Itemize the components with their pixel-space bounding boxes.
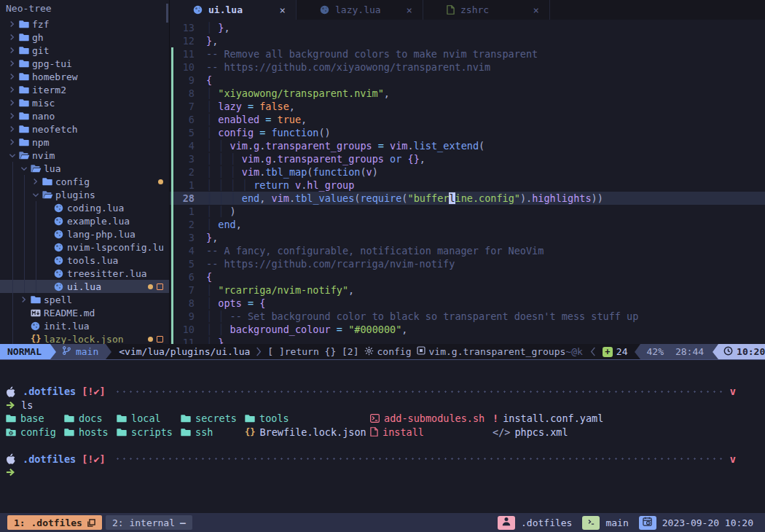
tree-item-misc[interactable]: misc bbox=[0, 96, 169, 109]
tree-item-coding-lua[interactable]: coding.lua bbox=[0, 201, 169, 214]
git-add-sign bbox=[171, 74, 173, 87]
tree-item-treesitter-lua[interactable]: treesitter.lua bbox=[0, 267, 169, 280]
code-line[interactable]: 2│ │ │ vim.tbl_map(function(v) bbox=[170, 165, 765, 179]
tree-item-readme-md[interactable]: README.md bbox=[0, 306, 169, 319]
tree-item-tools-lua[interactable]: tools.lua bbox=[0, 254, 169, 267]
tree-item-gh[interactable]: gh bbox=[0, 31, 169, 44]
tmux-branch-name: main bbox=[605, 517, 628, 528]
tmux-window-internal[interactable]: 2: internal– bbox=[106, 515, 192, 530]
code-line[interactable]: 10-- https://github.com/xiyaowong/transp… bbox=[170, 60, 765, 74]
chevron-right-icon bbox=[9, 125, 19, 133]
folder-icon bbox=[6, 414, 16, 423]
code-line[interactable]: 13│ }, bbox=[170, 21, 765, 34]
file-icon bbox=[447, 5, 455, 15]
indent-guide bbox=[12, 254, 20, 267]
shell-prompt: .dotfiles[!✔]v bbox=[6, 385, 759, 399]
code-line[interactable]: 3│ │ │ vim.g.transparent_groups or {}, bbox=[170, 152, 765, 165]
code-line[interactable]: 2│ end, bbox=[170, 218, 765, 231]
code-line[interactable]: 6│ enabled = true, bbox=[170, 113, 765, 126]
git-branch-icon bbox=[62, 345, 71, 358]
tree-item-nvim[interactable]: nvim bbox=[0, 149, 169, 162]
tree-item-lang-php-lua[interactable]: lang-php.lua bbox=[0, 227, 169, 240]
code-file-icon: </> bbox=[493, 426, 510, 439]
field-icon bbox=[417, 346, 425, 357]
code-line[interactable]: 7│ lazy = false, bbox=[170, 100, 765, 113]
code-line[interactable]: 5│ config = function() bbox=[170, 126, 765, 139]
chevron-right-icon bbox=[9, 47, 19, 54]
indent-guide bbox=[36, 267, 44, 280]
tree-item-nvim-lspconfig-lua[interactable]: nvim-lspconfig.lua bbox=[0, 240, 169, 254]
tree-item-nano[interactable]: nano bbox=[0, 109, 169, 122]
tree-item-gpg-tui[interactable]: gpg-tui bbox=[0, 57, 169, 70]
terminal-file-icon bbox=[370, 414, 380, 423]
folder-icon bbox=[19, 72, 32, 81]
indent-guide bbox=[12, 214, 20, 227]
code-line[interactable]: 8│ opts = { bbox=[170, 297, 765, 310]
code-area[interactable]: 13│ },12},11-- Remove all background col… bbox=[170, 20, 765, 344]
code-line[interactable]: 1│ │ │ │ return v.hl_group bbox=[170, 179, 765, 192]
tree-item-iterm2[interactable]: iterm2 bbox=[0, 83, 169, 96]
indent-guide bbox=[36, 227, 44, 240]
indent-guide bbox=[12, 293, 20, 306]
file-entry-name: phpcs.xml bbox=[514, 426, 568, 439]
folder-open-icon bbox=[42, 190, 55, 199]
tree-item-example-lua[interactable]: example.lua bbox=[0, 214, 169, 227]
code-line[interactable]: 4│ │ vim.g.transparent_groups = vim.list… bbox=[170, 139, 765, 152]
indent-guide: │ bbox=[242, 179, 248, 191]
dash-icon: – bbox=[180, 517, 186, 528]
modified-dot-icon bbox=[148, 337, 153, 342]
tab-lazy-lua[interactable]: lazy.lua× bbox=[297, 0, 423, 20]
code-line[interactable]: 4-- A fancy, configurable, notification … bbox=[170, 244, 765, 257]
tree-item-label: init.lua bbox=[44, 321, 163, 332]
folder-icon bbox=[19, 20, 32, 28]
tree-item-git[interactable]: git bbox=[0, 44, 169, 57]
code-line[interactable]: 5-- https://github.com/rcarriga/nvim-not… bbox=[170, 257, 765, 270]
code-line[interactable]: 8│ "xiyaowong/transparent.nvim", bbox=[170, 87, 765, 100]
close-icon[interactable]: × bbox=[280, 4, 286, 16]
tree-item-homebrew[interactable]: homebrew bbox=[0, 70, 169, 83]
scroll-percent: 42% bbox=[646, 346, 663, 357]
close-icon[interactable]: × bbox=[407, 4, 412, 16]
code-line[interactable]: 7│ "rcarriga/nvim-notify", bbox=[170, 283, 765, 297]
tree-item-init-lua[interactable]: init.lua bbox=[0, 319, 169, 332]
file-entry: tools bbox=[245, 412, 370, 426]
close-icon[interactable]: × bbox=[533, 4, 539, 16]
tree-item-npm[interactable]: npm bbox=[0, 136, 169, 149]
shell-pane[interactable]: .dotfiles[!✔]vlsbasedocslocalsecretstool… bbox=[0, 360, 765, 513]
tree-item-neofetch[interactable]: neofetch bbox=[0, 122, 169, 136]
tree-item-lua[interactable]: lua bbox=[0, 162, 169, 175]
tree-item-spell[interactable]: spell bbox=[0, 293, 169, 306]
tab-label: zshrc bbox=[460, 4, 489, 15]
tab-ui-lua[interactable]: ui.lua× bbox=[170, 0, 297, 20]
tree-item-config[interactable]: config bbox=[0, 175, 169, 188]
command-line: ls bbox=[6, 399, 759, 412]
prompt-git-status: [!✔] bbox=[82, 385, 106, 399]
line-number: 11 bbox=[170, 336, 206, 344]
code-line[interactable]: 11│ }, bbox=[170, 336, 765, 344]
code-line[interactable]: 9{ bbox=[170, 74, 765, 87]
neotree-scrollbar[interactable] bbox=[166, 4, 168, 23]
tree-item-label: tools.lua bbox=[67, 255, 163, 266]
tab-zshrc[interactable]: zshrc× bbox=[423, 0, 550, 20]
code-line[interactable]: 3}, bbox=[170, 231, 765, 244]
tree-item-fzf[interactable]: fzf bbox=[0, 17, 169, 31]
folder-icon bbox=[19, 85, 32, 94]
indent-guide: │ bbox=[206, 140, 212, 152]
code-line[interactable]: 9│ │ -- Set background color to black so… bbox=[170, 310, 765, 323]
file-entry: docs bbox=[64, 412, 117, 426]
calendar-clock-icon bbox=[643, 517, 652, 528]
code-line[interactable]: 11-- Remove all background colors to mak… bbox=[170, 47, 765, 60]
code-line[interactable]: 6{ bbox=[170, 270, 765, 283]
tmux-window-list: 1: .dotfiles2: internal– bbox=[7, 515, 192, 530]
file-entry-name: scripts bbox=[131, 426, 173, 439]
file-entry-name: install.conf.yaml bbox=[503, 412, 603, 426]
tree-item-lazy-lock-json[interactable]: {}lazy-lock.json bbox=[0, 332, 169, 344]
code-line[interactable]: 1│ │ ) bbox=[170, 205, 765, 218]
code-line[interactable]: 12}, bbox=[170, 34, 765, 47]
tree-item-ui-lua[interactable]: ui.lua bbox=[0, 280, 169, 293]
code-line[interactable]: 10│ │ background_colour = "#000000", bbox=[170, 323, 765, 336]
chevron-down-icon bbox=[20, 165, 31, 172]
tree-item-plugins[interactable]: plugins bbox=[0, 188, 169, 201]
tmux-window--dotfiles[interactable]: 1: .dotfiles bbox=[7, 515, 102, 530]
code-line[interactable]: 28│ │ │ end, vim.tbl_values(require("buf… bbox=[170, 192, 765, 205]
